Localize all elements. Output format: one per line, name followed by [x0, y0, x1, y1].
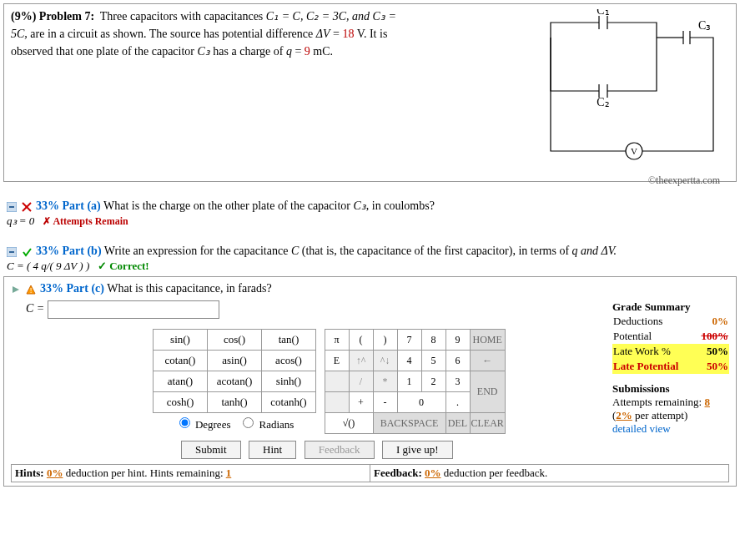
key-tan[interactable]: tan() — [262, 330, 316, 351]
key-cos[interactable]: cos() — [208, 330, 262, 351]
feedback-info: Feedback: 0% deduction per feedback. — [370, 465, 729, 482]
key-6[interactable]: 6 — [446, 351, 470, 371]
svg-marker-17 — [13, 286, 19, 293]
key-end[interactable]: END — [470, 371, 505, 413]
giveup-button[interactable]: I give up! — [382, 441, 453, 459]
hint-button[interactable]: Hint — [249, 441, 296, 459]
collapse-icon[interactable] — [7, 202, 17, 212]
key-home[interactable]: HOME — [470, 330, 505, 351]
key-4[interactable]: 4 — [397, 351, 421, 371]
hints-info: Hints: 0% deduction per hint. Hints rema… — [11, 465, 370, 482]
key-0[interactable]: 0 — [397, 392, 446, 413]
key-acos[interactable]: acos() — [262, 351, 316, 371]
key-rparen[interactable]: ) — [373, 330, 397, 351]
key-atan[interactable]: atan() — [154, 371, 208, 392]
answer-input[interactable] — [48, 300, 219, 319]
warn-icon: ! — [26, 285, 36, 295]
answer-label: C = — [26, 302, 48, 315]
circuit-figure: C₁ C₂ C₃ V ©theexpertta.com — [538, 9, 730, 187]
key-sup[interactable]: ↑^ — [349, 351, 373, 371]
part-c-header: ! 33% Part (c) What is this capacitance,… — [11, 282, 729, 295]
svg-text:C₃: C₃ — [698, 19, 711, 32]
key-asin[interactable]: asin() — [208, 351, 262, 371]
detailed-view-link[interactable]: detailed view — [612, 422, 729, 436]
key-mul[interactable]: * — [373, 371, 397, 392]
svg-text:C₂: C₂ — [597, 96, 609, 108]
check-icon — [22, 247, 32, 257]
key-e[interactable]: E — [325, 351, 349, 371]
expand-icon[interactable] — [11, 285, 21, 295]
key-blank1[interactable] — [325, 371, 349, 392]
key-backspace[interactable]: BACKSPACE — [373, 413, 446, 434]
key-8[interactable]: 8 — [421, 330, 446, 351]
key-plus[interactable]: + — [349, 392, 373, 413]
svg-text:!: ! — [29, 287, 32, 295]
mode-degrees[interactable]: Degrees — [175, 418, 231, 431]
svg-text:V: V — [631, 146, 637, 156]
key-tanh[interactable]: tanh() — [208, 392, 262, 413]
part-a-answer: q₃ = 0 ✗ Attempts Remain — [7, 214, 737, 228]
feedback-button: Feedback — [305, 441, 375, 459]
wrong-icon — [22, 202, 32, 212]
key-lparen[interactable]: ( — [349, 330, 373, 351]
key-sqrt[interactable]: √() — [325, 413, 373, 434]
key-clear[interactable]: CLEAR — [470, 413, 505, 434]
key-left[interactable]: ← — [470, 351, 505, 371]
key-dot[interactable]: . — [446, 392, 470, 413]
copyright-text: ©theexpertta.com — [638, 174, 730, 187]
key-sinh[interactable]: sinh() — [262, 371, 316, 392]
key-acotan[interactable]: acotan() — [208, 371, 262, 392]
footer-row: Hints: 0% deduction per hint. Hints rema… — [11, 464, 729, 482]
key-7[interactable]: 7 — [397, 330, 421, 351]
key-2[interactable]: 2 — [421, 371, 446, 392]
key-sin[interactable]: sin() — [154, 330, 208, 351]
key-del[interactable]: DEL — [446, 413, 470, 434]
key-cotan[interactable]: cotan() — [154, 351, 208, 371]
problem-text: (9%) Problem 7: Three capacitors with ca… — [11, 8, 411, 60]
svg-text:C₁: C₁ — [597, 9, 609, 17]
part-b-row: 33% Part (b) Write an expression for the… — [3, 243, 737, 260]
mode-radians[interactable]: Radians — [239, 418, 294, 431]
problem-box: (9%) Problem 7: Three capacitors with ca… — [3, 3, 737, 182]
collapse-icon[interactable] — [7, 247, 17, 257]
key-cosh[interactable]: cosh() — [154, 392, 208, 413]
key-5[interactable]: 5 — [421, 351, 446, 371]
key-9[interactable]: 9 — [446, 330, 470, 351]
key-1[interactable]: 1 — [397, 371, 421, 392]
key-minus[interactable]: - — [373, 392, 397, 413]
part-b-answer: C = ( 4 q/( 9 ΔV ) ) ✓ Correct! — [7, 260, 737, 273]
key-sub[interactable]: ^↓ — [373, 351, 397, 371]
part-a-row: 33% Part (a) What is the charge on the o… — [3, 197, 737, 214]
key-cotanh[interactable]: cotanh() — [262, 392, 316, 413]
submit-button[interactable]: Submit — [181, 441, 241, 459]
key-div[interactable]: / — [349, 371, 373, 392]
part-c-workspace: ! 33% Part (c) What is this capacitance,… — [3, 276, 737, 487]
key-pi[interactable]: π — [325, 330, 349, 351]
key-blank2[interactable] — [325, 392, 349, 413]
action-row: Submit Hint Feedback I give up! — [181, 441, 729, 459]
grade-summary: Grade Summary Deductions0% Potential100%… — [612, 300, 729, 436]
key-3[interactable]: 3 — [446, 371, 470, 392]
